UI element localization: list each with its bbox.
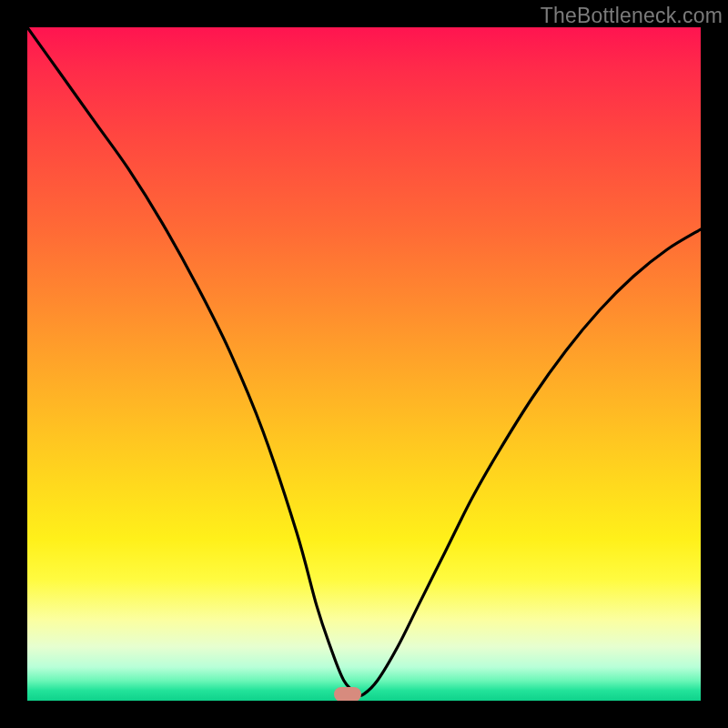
watermark-text: TheBottleneck.com: [541, 4, 723, 28]
optimal-marker: [334, 687, 361, 701]
plot-area: [27, 27, 701, 701]
bottleneck-curve: [27, 27, 701, 701]
chart-frame: TheBottleneck.com: [0, 0, 728, 728]
curve-path: [27, 27, 701, 695]
